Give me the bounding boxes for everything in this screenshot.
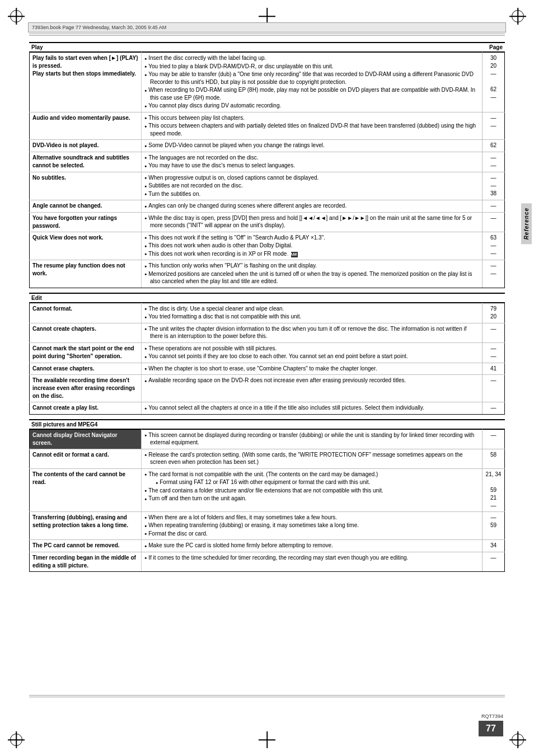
table-row: Cannot erase chapters. When the chapter … [30,363,505,375]
page-cell: 21, 345921— [483,468,505,511]
list-item: Format the disc or card. [144,530,479,538]
list-item: If it comes to the time scheduled for ti… [144,554,479,562]
list-item: When recording to DVD-RAM using EP (8H) … [144,86,479,101]
problem-cell: Cannot create chapters. [30,323,142,342]
list-item: This screen cannot be displayed during r… [144,431,479,447]
table-row: Cannot edit or format a card. Release th… [30,449,505,468]
play-table: Play fails to start even when [►] (PLAY)… [29,52,505,288]
list-item: Insert the disc correctly with the label… [144,54,479,62]
problem-cell: Angle cannot be changed. [30,200,142,213]
bottom-rule [29,697,505,697]
cause-list: When progressive output is on, closed ca… [144,174,479,198]
cause-cell: The disc is dirty. Use a special cleaner… [142,303,483,323]
page-cell: —— [483,152,505,172]
cause-cell: This does not work if the setting is "Of… [142,232,483,260]
page-cell: — [483,200,505,213]
reference-sidebar: Reference [518,168,534,280]
cause-cell: Some DVD-Video cannot be played when you… [142,140,483,152]
file-bar: 7393en.book Page 77 Wednesday, March 30,… [28,22,506,32]
still-section: Still pictures and MPEG4 Cannot display … [29,419,505,572]
table-row: The resume play function does not work. … [30,260,505,288]
page-cell: 7920 [483,303,505,323]
top-rule2 [29,35,505,36]
table-row: Play fails to start even when [►] (PLAY)… [30,53,505,112]
table-row: Alternative soundtrack and subtitles can… [30,152,505,172]
table-row: Cannot create chapters. The unit writes … [30,323,505,342]
problem-cell: Quick View does not work. [30,232,142,260]
list-item: Turn the subtitles on. [144,190,479,198]
edit-table: Cannot format. The disc is dirty. Use a … [29,303,505,415]
still-section-title: Still pictures and MPEG4 [29,420,141,429]
cause-list: This function only works when "PLAY" is … [144,262,479,285]
table-row: No subtitles. When progressive output is… [30,172,505,200]
table-row: DVD-Video is not played. Some DVD-Video … [30,140,505,152]
list-item: While the disc tray is open, press [DVD]… [144,214,479,229]
problem-cell: Cannot format. [30,303,142,323]
bottom-center-crosshair [259,731,275,748]
problem-cell: Play fails to start even when [►] (PLAY)… [30,53,142,112]
problem-cell: Alternative soundtrack and subtitles can… [30,152,142,172]
problem-cell: DVD-Video is not played. [30,140,142,152]
page-number-box: 77 [479,721,503,736]
list-item: Release the card's protection setting. (… [144,451,479,466]
cause-list: Available recording space on the DVD-R d… [144,377,479,384]
page-cell: — [483,552,505,571]
play-page-header: Page [480,43,505,51]
problem-text: The contents of the card cannot be read. [32,471,125,485]
problem-text: Cannot mark the start point or the end p… [32,345,134,359]
table-row: The available recording time doesn't inc… [30,375,505,402]
problem-text: You have forgotten your ratings password… [32,215,117,229]
top-rule [29,34,505,34]
list-item: Memorized positions are canceled when th… [144,270,479,285]
cause-cell: The languages are not recorded on the di… [142,152,483,172]
list-item: When the chapter is too short to erase, … [144,365,479,373]
cause-cell: This occurs between play list chapters. … [142,112,483,140]
cause-cell: These operations are not possible with s… [142,342,483,363]
problem-text: Cannot edit or format a card. [32,452,109,458]
problem-cell: The available recording time doesn't inc… [30,375,142,402]
cause-cell: You cannot select all the chapters at on… [142,402,483,415]
table-row: The PC card cannot be removed. Make sure… [30,540,505,552]
cause-cell: When progressive output is on, closed ca… [142,172,483,200]
problem-text: Cannot erase chapters. [32,365,95,372]
cause-list: When there are a lot of folders and file… [144,514,479,538]
table-row: Cannot mark the start point or the end p… [30,342,505,363]
list-item: The card contains a folder structure and… [144,487,479,495]
list-item: Format using FAT 12 or FAT 16 with other… [150,478,479,486]
problem-cell: No subtitles. [30,172,142,200]
list-item: Some DVD-Video cannot be played when you… [144,142,479,149]
problem-cell: The contents of the card cannot be read. [30,468,142,511]
list-item: This does not work if the setting is "Of… [144,234,479,242]
problem-text: No subtitles. [32,175,66,181]
file-bar-text: 7393en.book Page 77 Wednesday, March 30,… [32,25,166,30]
problem-text: Alternative soundtrack and subtitles can… [32,154,129,168]
cause-list: You cannot select all the chapters at on… [144,404,479,412]
problem-text: Timer recording began in the middle of e… [32,555,136,569]
list-item: This does not work when recording is in … [144,250,479,258]
problem-text: Cannot format. [32,306,72,312]
cause-cell: Angles can only be changed during scenes… [142,200,483,213]
page-cell: — [483,429,505,449]
table-row: Timer recording began in the middle of e… [30,552,505,571]
page-cell: — [483,323,505,342]
problem-cell: Transferring (dubbing), erasing and sett… [30,511,142,540]
problem-text: DVD-Video is not played. [32,142,99,148]
cause-list: Make sure the PC card is slotted home fi… [144,542,479,550]
play-page-label [141,43,480,51]
ram-badge: RAM [291,252,298,258]
list-item: The disc is dirty. Use a special cleaner… [144,305,479,313]
page-cell: —— [483,260,505,288]
list-item: Angles can only be changed during scenes… [144,202,479,210]
cause-list: These operations are not possible with s… [144,345,479,360]
list-item: Available recording space on the DVD-R d… [144,377,479,384]
cause-cell: The card format is not compatible with t… [142,468,483,511]
problem-cell: You have forgotten your ratings password… [30,212,142,232]
play-section: Play Page Play fails to start even when … [29,42,505,288]
list-item: Make sure the PC card is slotted home fi… [144,542,479,550]
list-item: When progressive output is on, closed ca… [144,174,479,182]
cause-cell: Available recording space on the DVD-R d… [142,375,483,402]
problem-cell: The PC card cannot be removed. [30,540,142,552]
cause-cell: This function only works when "PLAY" is … [142,260,483,288]
table-row: Cannot display Direct Navigator screen. … [30,429,505,449]
table-row: Audio and video momentarily pause. This … [30,112,505,140]
